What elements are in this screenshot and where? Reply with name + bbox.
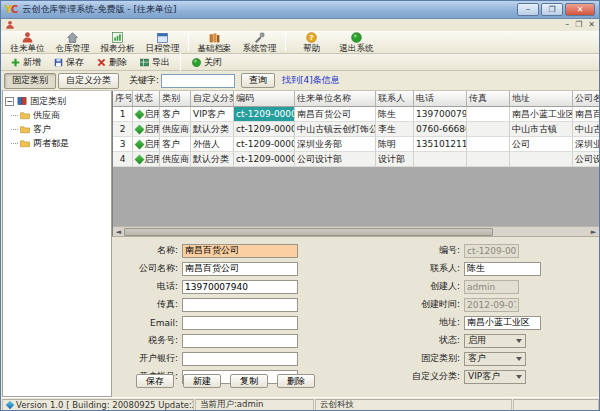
status-select[interactable]: 启用 (464, 334, 526, 348)
phone-label: 电话: (126, 280, 178, 293)
chevron-down-icon (516, 375, 522, 379)
search-result-count: 找到[4]条信息 (282, 74, 340, 87)
created-time-label: 创建时间: (400, 298, 460, 311)
scroll-right-arrow-icon[interactable]: ► (588, 227, 599, 237)
address-field[interactable] (464, 316, 541, 330)
app-window: YC 云创仓库管理系统-免费版 - [往来单位] – ❐ ✕ – ❐ ✕ 往来单… (0, 0, 600, 411)
code-label: 编号: (400, 244, 460, 257)
email-label: Email: (126, 318, 178, 328)
horizontal-scrollbar[interactable]: ◄ ► (113, 226, 599, 236)
fixed-category-label: 固定类别: (400, 352, 460, 365)
scroll-left-arrow-icon[interactable]: ◄ (113, 227, 124, 237)
contact-label: 联系人: (400, 262, 460, 275)
minimize-button[interactable]: – (517, 3, 539, 16)
company-text: 云创科技 (315, 399, 512, 411)
toolbar-item-business-units[interactable]: 往来单位 (5, 31, 50, 53)
tree-item-supplier[interactable]: 供应商 (19, 108, 109, 122)
close-button[interactable]: ✕ (565, 3, 595, 16)
filter-bar: 固定类别 自定义分类 关键字: 查询 找到[4]条信息 (1, 71, 599, 91)
export-button[interactable]: 导出 (134, 54, 175, 71)
bank-label: 开户银行: (126, 352, 178, 365)
tree-item-label: 两者都是 (33, 137, 69, 150)
company-name-field[interactable] (182, 262, 298, 276)
bank-field[interactable] (182, 352, 298, 366)
save-button[interactable]: 保存 (48, 54, 89, 71)
code-field (464, 244, 519, 258)
title-bar: YC 云创仓库管理系统-免费版 - [往来单位] – ❐ ✕ (1, 1, 599, 19)
export-excel-icon (139, 57, 150, 68)
name-field[interactable] (182, 244, 298, 258)
toolbar-item-base-archives[interactable]: 基础档案 (192, 31, 237, 53)
detail-form: 名称: 公司名称: 电话: 传真: Email: 税务号: 开户银行: 开户帐号… (112, 236, 599, 397)
created-time-field (464, 298, 519, 312)
col-header-unit-name[interactable]: 往来单位名称 (295, 91, 376, 107)
form-new-button[interactable]: 新建 (183, 374, 221, 388)
toolbar-item-warehouse[interactable]: 仓库管理 (50, 31, 95, 53)
toolbar-separator (180, 53, 181, 71)
col-header-phone[interactable]: 电话 (414, 91, 467, 107)
toolbar-item-help[interactable]: ? 帮助 (289, 31, 334, 53)
form-save-button[interactable]: 保存 (136, 374, 174, 388)
company-name-label: 公司名称: (126, 262, 178, 275)
tax-no-label: 税务号: (126, 334, 178, 347)
tree-root-fixed-category[interactable]: − 固定类别 (5, 94, 109, 108)
mdi-close-button[interactable]: ✕ (588, 20, 595, 30)
scrollbar-thumb[interactable] (124, 228, 493, 236)
toolbar-separator (188, 33, 189, 51)
table-row[interactable]: 3 启用 客户 外借人 ct-1209-00003 深圳业务部 陈明 13510… (113, 137, 599, 152)
tab-custom-category[interactable]: 自定义分类 (58, 73, 119, 89)
table-row[interactable]: 1 启用 客户 VIP客户 ct-1209-00001 南昌百货公司 陈生 13… (113, 107, 599, 122)
col-header-contact[interactable]: 联系人 (376, 91, 414, 107)
keyword-input[interactable] (161, 74, 235, 88)
table-row[interactable]: 2 启用 供应商 默认分类 ct-1209-00002 中山古镇云创灯饰公司 李… (113, 122, 599, 137)
email-field[interactable] (182, 316, 298, 330)
mdi-minimize-button[interactable]: – (565, 20, 569, 30)
toolbar-item-reports[interactable]: 报表分析 (95, 31, 140, 53)
add-button[interactable]: 新增 (5, 54, 46, 71)
col-header-custom-category[interactable]: 自定义分类 (191, 91, 234, 107)
tree-item-both[interactable]: 两者都是 (19, 136, 109, 150)
close-view-button[interactable]: 关闭 (186, 54, 227, 71)
toolbar-item-exit[interactable]: 退出系统 (334, 31, 379, 53)
plus-icon (10, 57, 21, 68)
col-header-status[interactable]: 状态 (133, 91, 160, 107)
col-header-code[interactable]: 编码 (234, 91, 295, 107)
phone-field[interactable] (182, 280, 298, 294)
folder-icon (19, 123, 31, 135)
status-label: 状态: (400, 334, 460, 347)
form-delete-button[interactable]: 删除 (277, 374, 315, 388)
form-copy-button[interactable]: 复制 (230, 374, 268, 388)
svg-text:?: ? (310, 34, 314, 42)
fixed-category-select[interactable]: 客户 (464, 352, 526, 366)
tree-expander[interactable]: − (5, 97, 14, 106)
mdi-child-person-icon (5, 20, 15, 30)
version-text: Version 1.0 [ Building: 20080925 Update:… (16, 400, 194, 410)
toolbar-item-schedule[interactable]: 日程管理 (140, 31, 185, 53)
right-panel: 序号 状态 类别 自定义分类 编码 往来单位名称 联系人 电话 传真 地址 公司… (112, 91, 599, 397)
col-header-fax[interactable]: 传真 (467, 91, 510, 107)
fax-label: 传真: (126, 298, 178, 311)
maximize-button[interactable]: ❐ (541, 3, 563, 16)
tree-item-customer[interactable]: 客户 (19, 122, 109, 136)
custom-category-select[interactable]: VIP客户 (464, 370, 526, 384)
window-title: 云创仓库管理系统-免费版 - [往来单位] (22, 3, 517, 16)
search-button[interactable]: 查询 (241, 73, 275, 88)
table-row[interactable]: 4 启用 供应商 默认分类 ct-1209-00004 公司设计部 设计部 公司… (113, 152, 599, 167)
col-header-category[interactable]: 类别 (160, 91, 191, 107)
mdi-restore-button[interactable]: ❐ (575, 20, 582, 30)
floppy-save-icon (53, 57, 64, 68)
toolbar-item-system[interactable]: 系统管理 (237, 31, 282, 53)
toolbar-separator (285, 33, 286, 51)
selected-cell[interactable]: ct-1209-00001 (234, 107, 295, 122)
tree-item-label: 客户 (33, 123, 51, 136)
tax-no-field[interactable] (182, 334, 298, 348)
grid-header-row: 序号 状态 类别 自定义分类 编码 往来单位名称 联系人 电话 传真 地址 公司… (113, 91, 599, 107)
fax-field[interactable] (182, 298, 298, 312)
notebook-icon (16, 95, 28, 107)
col-header-company[interactable]: 公司名称 (573, 91, 599, 107)
col-header-no[interactable]: 序号 (113, 91, 133, 107)
delete-button[interactable]: 删除 (91, 54, 132, 71)
contact-field[interactable] (464, 262, 541, 276)
tab-fixed-category[interactable]: 固定类别 (4, 73, 56, 89)
col-header-address[interactable]: 地址 (510, 91, 573, 107)
